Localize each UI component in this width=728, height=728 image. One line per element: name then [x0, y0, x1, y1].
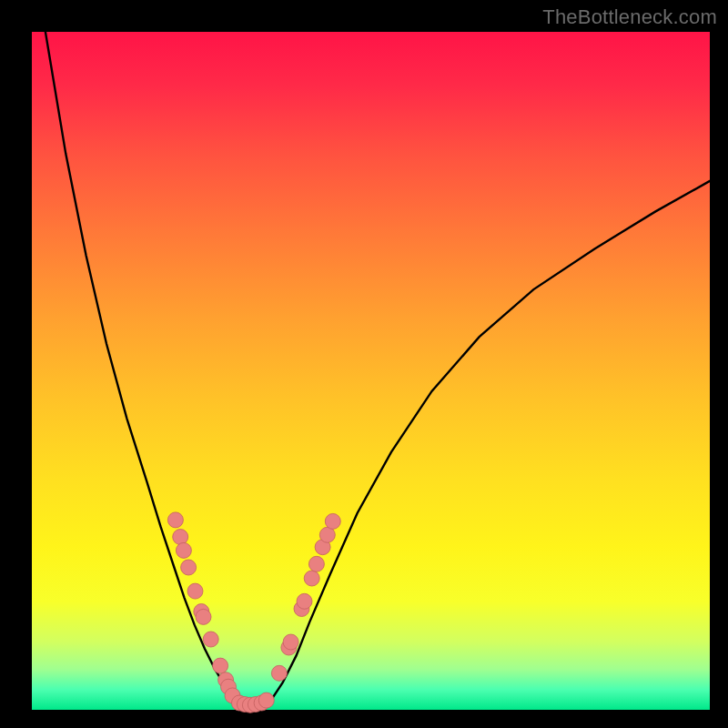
- chart-frame: TheBottleneck.com: [0, 0, 728, 728]
- scatter-dot: [213, 658, 228, 673]
- scatter-dot: [308, 556, 324, 571]
- scatter-dot: [271, 665, 287, 681]
- scatter-dot: [297, 593, 312, 609]
- watermark-label: TheBottleneck.com: [542, 5, 717, 29]
- curve-right-branch: [269, 181, 710, 703]
- scatter-dot: [196, 609, 211, 624]
- scatter-dot: [258, 693, 274, 708]
- scatter-dot: [304, 571, 319, 586]
- scatter-dot: [319, 527, 335, 542]
- curve-group: [46, 32, 710, 708]
- scatter-dot: [181, 560, 197, 575]
- scatter-dot: [187, 583, 203, 599]
- curve-left-branch: [46, 32, 236, 703]
- scatter-dot: [167, 512, 183, 528]
- scatter-dot: [176, 542, 191, 558]
- chart-svg-layer: [32, 32, 710, 710]
- scatter-dot: [173, 530, 188, 545]
- scatter-dot: [325, 513, 340, 529]
- scatter-dot: [283, 634, 298, 650]
- scatter-dot: [203, 632, 218, 647]
